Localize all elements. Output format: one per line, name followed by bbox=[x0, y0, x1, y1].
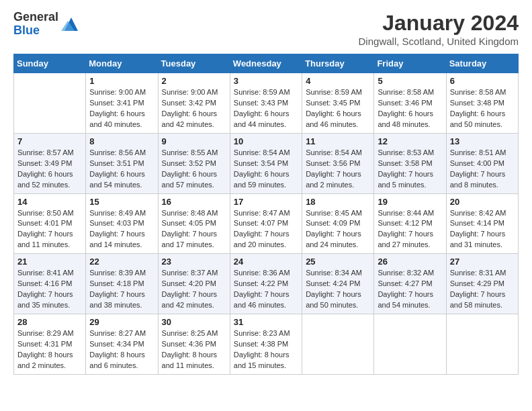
calendar-day-cell: 12Sunrise: 8:53 AMSunset: 3:58 PMDayligh… bbox=[374, 133, 446, 193]
calendar-day-cell: 27Sunrise: 8:31 AMSunset: 4:29 PMDayligh… bbox=[446, 254, 518, 314]
day-info: Sunrise: 8:45 AMSunset: 4:09 PMDaylight:… bbox=[306, 208, 370, 251]
day-number: 6 bbox=[450, 76, 515, 86]
logo-blue-text: Blue bbox=[13, 24, 40, 37]
day-info: Sunrise: 8:37 AMSunset: 4:20 PMDaylight:… bbox=[162, 268, 226, 311]
calendar-day-cell: 24Sunrise: 8:36 AMSunset: 4:22 PMDayligh… bbox=[230, 254, 302, 314]
calendar-day-cell: 19Sunrise: 8:44 AMSunset: 4:12 PMDayligh… bbox=[374, 193, 446, 254]
location: Dingwall, Scotland, United Kingdom bbox=[359, 36, 519, 47]
logo-general-text: General bbox=[13, 10, 58, 24]
calendar-day-cell: 23Sunrise: 8:37 AMSunset: 4:20 PMDayligh… bbox=[158, 254, 230, 314]
page-header: General Blue January 2024 Dingwall, Scot… bbox=[13, 11, 519, 47]
day-number: 1 bbox=[89, 76, 154, 86]
calendar-day-cell: 8Sunrise: 8:56 AMSunset: 3:51 PMDaylight… bbox=[86, 133, 158, 193]
calendar-day-cell: 21Sunrise: 8:41 AMSunset: 4:16 PMDayligh… bbox=[14, 254, 86, 314]
day-info: Sunrise: 8:41 AMSunset: 4:16 PMDaylight:… bbox=[17, 268, 82, 311]
day-number: 14 bbox=[17, 197, 82, 207]
day-info: Sunrise: 8:54 AMSunset: 3:56 PMDaylight:… bbox=[306, 148, 370, 191]
day-info: Sunrise: 8:48 AMSunset: 4:05 PMDaylight:… bbox=[162, 208, 226, 251]
day-number: 30 bbox=[162, 317, 226, 327]
day-number: 20 bbox=[450, 197, 515, 207]
calendar-day-cell: 29Sunrise: 8:27 AMSunset: 4:34 PMDayligh… bbox=[86, 314, 158, 375]
day-number: 15 bbox=[89, 197, 154, 207]
day-number: 18 bbox=[306, 197, 370, 207]
calendar-day-cell: 31Sunrise: 8:23 AMSunset: 4:38 PMDayligh… bbox=[230, 314, 302, 375]
weekday-header-friday: Friday bbox=[374, 54, 446, 73]
day-number: 24 bbox=[234, 257, 298, 267]
day-info: Sunrise: 8:36 AMSunset: 4:22 PMDaylight:… bbox=[234, 268, 298, 311]
calendar-day-cell bbox=[302, 314, 374, 375]
day-number: 29 bbox=[89, 317, 154, 327]
day-info: Sunrise: 8:49 AMSunset: 4:03 PMDaylight:… bbox=[89, 208, 154, 251]
day-info: Sunrise: 8:47 AMSunset: 4:07 PMDaylight:… bbox=[234, 208, 298, 251]
day-number: 7 bbox=[17, 136, 82, 146]
title-block: January 2024 Dingwall, Scotland, United … bbox=[359, 11, 519, 47]
day-info: Sunrise: 8:58 AMSunset: 3:48 PMDaylight:… bbox=[450, 87, 515, 130]
calendar-day-cell: 14Sunrise: 8:50 AMSunset: 4:01 PMDayligh… bbox=[14, 193, 86, 254]
calendar-day-cell: 28Sunrise: 8:29 AMSunset: 4:31 PMDayligh… bbox=[14, 314, 86, 375]
calendar-day-cell: 11Sunrise: 8:54 AMSunset: 3:56 PMDayligh… bbox=[302, 133, 374, 193]
calendar-day-cell: 7Sunrise: 8:57 AMSunset: 3:49 PMDaylight… bbox=[14, 133, 86, 193]
calendar-day-cell: 6Sunrise: 8:58 AMSunset: 3:48 PMDaylight… bbox=[446, 73, 518, 134]
day-info: Sunrise: 8:54 AMSunset: 3:54 PMDaylight:… bbox=[234, 148, 298, 191]
day-info: Sunrise: 8:23 AMSunset: 4:38 PMDaylight:… bbox=[234, 328, 298, 371]
day-info: Sunrise: 9:00 AMSunset: 3:42 PMDaylight:… bbox=[162, 87, 226, 130]
day-number: 12 bbox=[378, 136, 442, 146]
day-info: Sunrise: 8:32 AMSunset: 4:27 PMDaylight:… bbox=[378, 268, 442, 311]
calendar-week-row: 1Sunrise: 9:00 AMSunset: 3:41 PMDaylight… bbox=[14, 73, 519, 134]
day-info: Sunrise: 8:55 AMSunset: 3:52 PMDaylight:… bbox=[162, 148, 226, 191]
weekday-header-sunday: Sunday bbox=[14, 54, 86, 73]
day-number: 10 bbox=[234, 136, 298, 146]
day-info: Sunrise: 8:31 AMSunset: 4:29 PMDaylight:… bbox=[450, 268, 515, 311]
calendar-day-cell: 20Sunrise: 8:42 AMSunset: 4:14 PMDayligh… bbox=[446, 193, 518, 254]
day-info: Sunrise: 8:56 AMSunset: 3:51 PMDaylight:… bbox=[89, 148, 154, 191]
day-number: 21 bbox=[17, 257, 82, 267]
calendar-day-cell: 10Sunrise: 8:54 AMSunset: 3:54 PMDayligh… bbox=[230, 133, 302, 193]
calendar-day-cell bbox=[446, 314, 518, 375]
calendar-day-cell: 3Sunrise: 8:59 AMSunset: 3:43 PMDaylight… bbox=[230, 73, 302, 134]
day-number: 26 bbox=[378, 257, 442, 267]
calendar-table: SundayMondayTuesdayWednesdayThursdayFrid… bbox=[13, 54, 519, 375]
day-number: 9 bbox=[162, 136, 226, 146]
calendar-week-row: 14Sunrise: 8:50 AMSunset: 4:01 PMDayligh… bbox=[14, 193, 519, 254]
day-number: 11 bbox=[306, 136, 370, 146]
calendar-day-cell: 13Sunrise: 8:51 AMSunset: 4:00 PMDayligh… bbox=[446, 133, 518, 193]
weekday-header-monday: Monday bbox=[86, 54, 158, 73]
calendar-day-cell bbox=[374, 314, 446, 375]
calendar-day-cell: 16Sunrise: 8:48 AMSunset: 4:05 PMDayligh… bbox=[158, 193, 230, 254]
day-number: 13 bbox=[450, 136, 515, 146]
day-number: 2 bbox=[162, 76, 226, 86]
day-number: 23 bbox=[162, 257, 226, 267]
day-info: Sunrise: 8:51 AMSunset: 4:00 PMDaylight:… bbox=[450, 148, 515, 191]
day-info: Sunrise: 8:39 AMSunset: 4:18 PMDaylight:… bbox=[89, 268, 154, 311]
month-title: January 2024 bbox=[359, 11, 519, 36]
calendar-day-cell: 2Sunrise: 9:00 AMSunset: 3:42 PMDaylight… bbox=[158, 73, 230, 134]
day-number: 5 bbox=[378, 76, 442, 86]
calendar-day-cell: 25Sunrise: 8:34 AMSunset: 4:24 PMDayligh… bbox=[302, 254, 374, 314]
calendar-day-cell: 30Sunrise: 8:25 AMSunset: 4:36 PMDayligh… bbox=[158, 314, 230, 375]
day-info: Sunrise: 8:59 AMSunset: 3:43 PMDaylight:… bbox=[234, 87, 298, 130]
day-number: 31 bbox=[234, 317, 298, 327]
weekday-header-tuesday: Tuesday bbox=[158, 54, 230, 73]
day-info: Sunrise: 8:53 AMSunset: 3:58 PMDaylight:… bbox=[378, 148, 442, 191]
day-info: Sunrise: 8:50 AMSunset: 4:01 PMDaylight:… bbox=[17, 208, 82, 251]
calendar-day-cell: 15Sunrise: 8:49 AMSunset: 4:03 PMDayligh… bbox=[86, 193, 158, 254]
day-info: Sunrise: 8:29 AMSunset: 4:31 PMDaylight:… bbox=[17, 328, 82, 371]
weekday-header-thursday: Thursday bbox=[302, 54, 374, 73]
day-number: 4 bbox=[306, 76, 370, 86]
day-number: 17 bbox=[234, 197, 298, 207]
day-number: 28 bbox=[17, 317, 82, 327]
calendar-day-cell: 9Sunrise: 8:55 AMSunset: 3:52 PMDaylight… bbox=[158, 133, 230, 193]
calendar-day-cell: 5Sunrise: 8:58 AMSunset: 3:46 PMDaylight… bbox=[374, 73, 446, 134]
calendar-day-cell: 22Sunrise: 8:39 AMSunset: 4:18 PMDayligh… bbox=[86, 254, 158, 314]
day-info: Sunrise: 8:34 AMSunset: 4:24 PMDaylight:… bbox=[306, 268, 370, 311]
logo-icon bbox=[61, 14, 81, 34]
day-info: Sunrise: 8:59 AMSunset: 3:45 PMDaylight:… bbox=[306, 87, 370, 130]
weekday-header-row: SundayMondayTuesdayWednesdayThursdayFrid… bbox=[14, 54, 519, 73]
day-info: Sunrise: 8:57 AMSunset: 3:49 PMDaylight:… bbox=[17, 148, 82, 191]
calendar-week-row: 28Sunrise: 8:29 AMSunset: 4:31 PMDayligh… bbox=[14, 314, 519, 375]
calendar-day-cell: 4Sunrise: 8:59 AMSunset: 3:45 PMDaylight… bbox=[302, 73, 374, 134]
day-number: 3 bbox=[234, 76, 298, 86]
day-info: Sunrise: 8:25 AMSunset: 4:36 PMDaylight:… bbox=[162, 328, 226, 371]
calendar-day-cell: 17Sunrise: 8:47 AMSunset: 4:07 PMDayligh… bbox=[230, 193, 302, 254]
day-number: 25 bbox=[306, 257, 370, 267]
